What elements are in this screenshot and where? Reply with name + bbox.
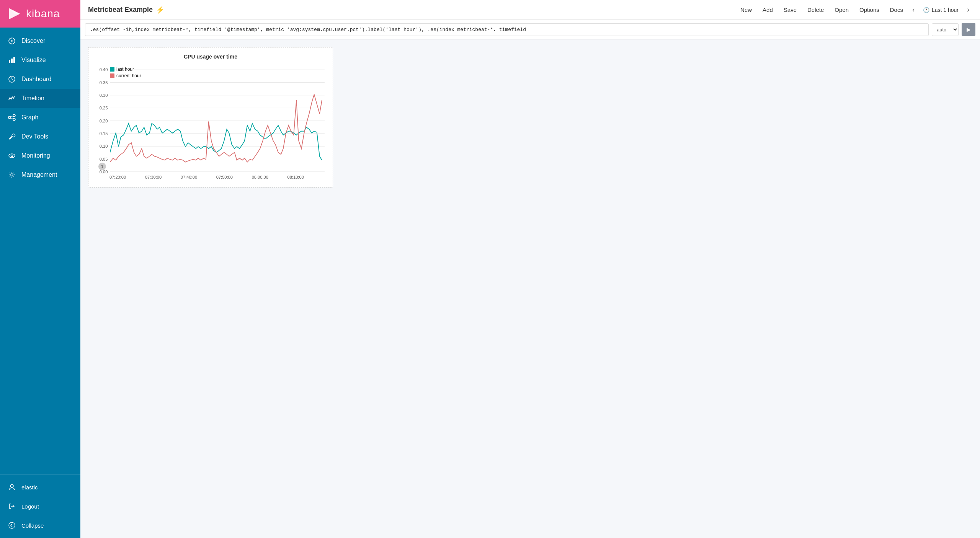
sidebar-item-dashboard[interactable]: Dashboard <box>0 70 80 89</box>
timelion-icon <box>8 94 16 103</box>
svg-text:0.10: 0.10 <box>100 144 108 148</box>
legend-label-current-hour: current hour <box>116 73 141 78</box>
chart-legend: last hour current hour <box>110 67 141 78</box>
svg-point-20 <box>10 484 13 487</box>
run-button[interactable]: ▶ <box>962 23 975 36</box>
delete-button[interactable]: Delete <box>803 4 828 15</box>
svg-point-19 <box>11 174 13 176</box>
dashboard-icon <box>8 75 16 83</box>
svg-point-22 <box>9 522 15 528</box>
sidebar-item-graph-label: Graph <box>21 114 38 121</box>
options-button[interactable]: Options <box>855 4 884 15</box>
sidebar-item-monitoring-label: Monitoring <box>21 152 50 159</box>
svg-text:07:40:00: 07:40:00 <box>181 175 197 179</box>
sidebar-item-timelion[interactable]: Timelion <box>0 89 80 108</box>
sidebar-item-collapse-label: Collapse <box>21 522 44 529</box>
sidebar-item-management-label: Management <box>21 171 57 178</box>
chart-svg: 0.40 0.35 0.30 0.25 0.20 0.15 0.10 0.05 … <box>95 64 327 179</box>
sidebar-item-user-label: elastic <box>21 484 38 491</box>
lightning-icon: ⚡ <box>156 6 164 14</box>
main-content: Metricbeat Example ⚡ New Add Save Delete… <box>80 0 980 538</box>
play-icon: ▶ <box>967 26 971 33</box>
sidebar-item-devtools[interactable]: Dev Tools <box>0 127 80 146</box>
clock-icon: 🕐 <box>923 7 929 13</box>
save-button[interactable]: Save <box>779 4 801 15</box>
svg-rect-8 <box>9 60 10 63</box>
svg-line-15 <box>11 116 13 117</box>
legend-label-last-hour: last hour <box>116 67 134 72</box>
new-button[interactable]: New <box>736 4 756 15</box>
svg-point-3 <box>11 40 13 42</box>
wrench-icon <box>8 132 16 141</box>
page-title: Metricbeat Example <box>88 6 153 14</box>
svg-point-12 <box>8 116 11 119</box>
bar-chart-icon <box>8 56 16 64</box>
graph-icon <box>8 113 16 122</box>
svg-text:0.25: 0.25 <box>100 106 108 110</box>
sidebar-item-logout[interactable]: Logout <box>0 497 80 516</box>
logout-icon <box>8 502 16 510</box>
svg-point-13 <box>13 114 15 117</box>
svg-text:0.35: 0.35 <box>100 80 108 85</box>
sidebar-item-visualize-label: Visualize <box>21 57 46 64</box>
svg-rect-9 <box>11 59 13 63</box>
svg-text:0.15: 0.15 <box>100 131 108 136</box>
legend-color-last-hour <box>110 67 114 72</box>
sidebar-item-visualize[interactable]: Visualize <box>0 51 80 70</box>
sidebar-item-devtools-label: Dev Tools <box>21 133 48 140</box>
gear-icon <box>8 171 16 179</box>
docs-button[interactable]: Docs <box>885 4 908 15</box>
svg-text:07:20:00: 07:20:00 <box>109 175 126 179</box>
topbar: Metricbeat Example ⚡ New Add Save Delete… <box>80 0 980 20</box>
legend-item-last-hour: last hour <box>110 67 141 72</box>
query-input[interactable] <box>85 23 929 36</box>
interval-select[interactable]: auto <box>932 23 959 36</box>
svg-text:0.30: 0.30 <box>100 93 108 98</box>
sidebar: kibana Discover <box>0 0 80 538</box>
nav-items: Discover Visualize Dashboard <box>0 28 80 474</box>
content-area: CPU usage over time last hour current ho… <box>80 39 980 538</box>
legend-item-current-hour: current hour <box>110 73 141 78</box>
logo-text: kibana <box>26 8 60 20</box>
svg-text:0.20: 0.20 <box>100 119 108 123</box>
svg-text:08:00:00: 08:00:00 <box>252 175 268 179</box>
chevron-left-icon <box>8 521 16 530</box>
sidebar-item-logout-label: Logout <box>21 503 39 510</box>
open-button[interactable]: Open <box>830 4 853 15</box>
chart-panel: CPU usage over time last hour current ho… <box>88 47 333 187</box>
svg-line-16 <box>11 118 13 119</box>
svg-text:0.05: 0.05 <box>100 157 108 161</box>
eye-icon <box>8 152 16 160</box>
next-button[interactable]: › <box>964 4 972 15</box>
sidebar-item-dashboard-label: Dashboard <box>21 76 51 83</box>
sidebar-item-collapse[interactable]: Collapse <box>0 516 80 535</box>
chart-area: last hour current hour 0.40 0.35 0.30 0.… <box>95 64 327 181</box>
user-icon <box>8 483 16 491</box>
time-range-label: Last 1 hour <box>932 7 959 13</box>
svg-point-14 <box>13 118 15 121</box>
prev-button[interactable]: ‹ <box>909 4 918 15</box>
svg-text:08:10:00: 08:10:00 <box>287 175 304 179</box>
sidebar-item-monitoring[interactable]: Monitoring <box>0 146 80 165</box>
time-range-button[interactable]: 🕐 Last 1 hour <box>919 5 962 15</box>
chart-badge: 1 <box>98 163 106 170</box>
page-title-area: Metricbeat Example ⚡ <box>88 6 172 14</box>
sidebar-item-graph[interactable]: Graph <box>0 108 80 127</box>
logo-area: kibana <box>0 0 80 28</box>
sidebar-item-discover[interactable]: Discover <box>0 31 80 51</box>
legend-color-current-hour <box>110 73 114 78</box>
kibana-logo-icon <box>8 7 21 21</box>
sidebar-item-user[interactable]: elastic <box>0 478 80 497</box>
svg-text:0.00: 0.00 <box>100 170 108 174</box>
querybar: auto ▶ <box>80 20 980 39</box>
svg-text:0.40: 0.40 <box>100 67 108 72</box>
sidebar-bottom: elastic Logout Collapse <box>0 474 80 538</box>
compass-icon <box>8 37 16 45</box>
sidebar-item-management[interactable]: Management <box>0 165 80 184</box>
svg-text:07:30:00: 07:30:00 <box>145 175 162 179</box>
add-button[interactable]: Add <box>758 4 777 15</box>
sidebar-item-timelion-label: Timelion <box>21 95 44 102</box>
svg-point-17 <box>9 154 15 158</box>
sidebar-item-discover-label: Discover <box>21 37 45 44</box>
svg-text:07:50:00: 07:50:00 <box>216 175 233 179</box>
